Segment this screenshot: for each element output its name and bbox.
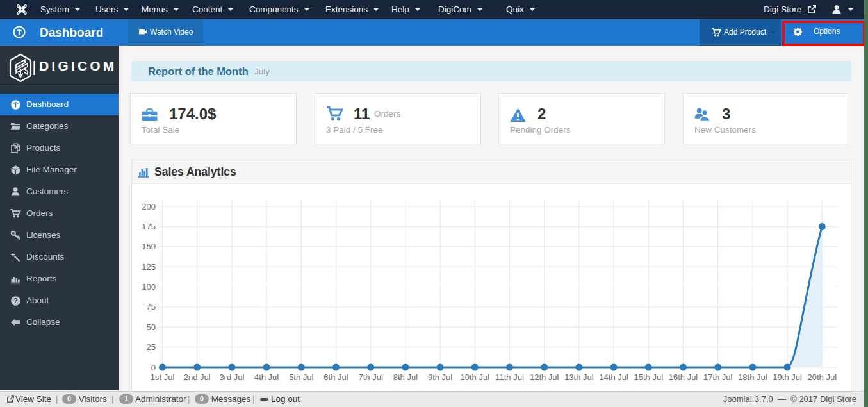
svg-text:1st Jul: 1st Jul [151,372,175,382]
svg-text:17th Jul: 17th Jul [703,372,733,382]
svg-text:10th Jul: 10th Jul [461,372,490,382]
svg-text:12th Jul: 12th Jul [530,372,559,382]
svg-text:100: 100 [142,282,156,292]
svg-text:200: 200 [142,202,156,212]
svg-text:25: 25 [147,342,156,352]
svg-text:14th Jul: 14th Jul [599,372,628,382]
svg-text:11th Jul: 11th Jul [495,372,524,382]
svg-text:19th Jul: 19th Jul [773,372,802,382]
svg-text:0: 0 [151,363,156,372]
svg-text:50: 50 [147,322,156,332]
svg-text:5th Jul: 5th Jul [289,372,313,382]
svg-text:2nd Jul: 2nd Jul [184,372,211,382]
svg-text:9th Jul: 9th Jul [428,372,452,382]
svg-text:20th Jul: 20th Jul [808,372,837,382]
svg-text:7th Jul: 7th Jul [359,372,383,382]
svg-text:18th Jul: 18th Jul [738,372,767,382]
svg-text:6th Jul: 6th Jul [323,372,348,382]
svg-text:8th Jul: 8th Jul [393,372,418,382]
svg-text:13th Jul: 13th Jul [564,372,594,382]
svg-text:4th Jul: 4th Jul [254,372,279,382]
svg-text:3rd Jul: 3rd Jul [219,372,244,382]
svg-text:150: 150 [142,242,156,251]
svg-text:16th Jul: 16th Jul [669,372,698,382]
svg-text:125: 125 [142,262,156,272]
svg-text:175: 175 [142,222,156,231]
svg-text:15th Jul: 15th Jul [634,372,664,382]
svg-text:75: 75 [147,302,156,311]
svg-text:?: ? [13,297,17,304]
